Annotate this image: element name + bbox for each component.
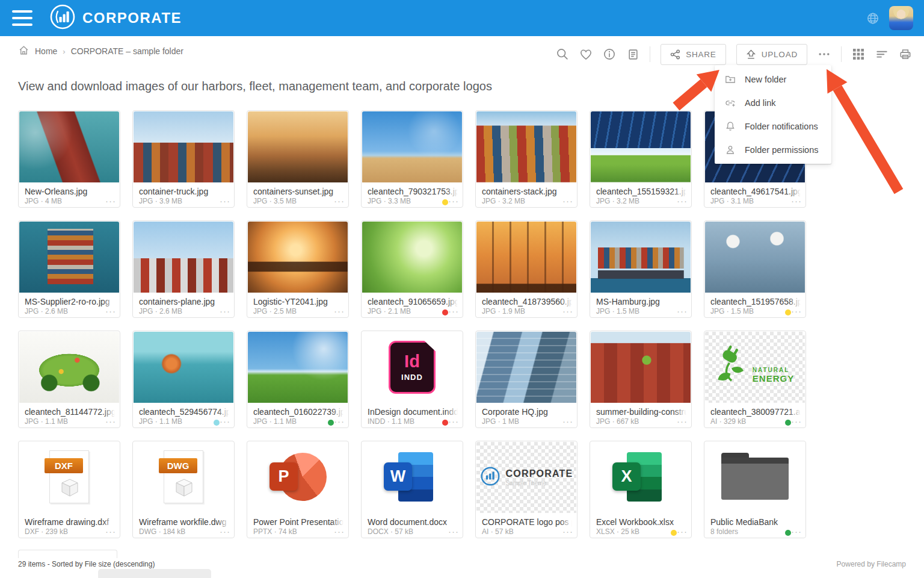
file-card[interactable]: New-Orleans.jpgJPG · 4 MB··· <box>18 110 120 208</box>
file-card[interactable]: cleantech_81144772.jpgJPG · 1.1 MB··· <box>18 331 120 428</box>
file-card[interactable]: cleantech_91065659.jpgJPG · 2.1 MB··· <box>361 220 463 318</box>
file-thumbnail[interactable] <box>591 222 691 293</box>
file-actions-button[interactable]: ··· <box>220 196 230 206</box>
file-thumbnail[interactable]: DXF <box>19 442 119 513</box>
file-actions-button[interactable]: ··· <box>105 416 116 426</box>
menu-item-folder-notifications[interactable]: Folder notifications <box>715 114 831 138</box>
file-card[interactable]: XExcel Workbook.xlsxXLSX · 25 kB··· <box>590 441 692 538</box>
file-actions-button[interactable]: ··· <box>334 306 345 316</box>
brand-logo[interactable]: CORPORATE <box>49 4 182 33</box>
breadcrumb-current[interactable]: CORPORATE – sample folder <box>71 46 183 56</box>
file-actions-button[interactable]: ··· <box>677 416 688 426</box>
file-card[interactable]: cleantech_151957658.jpgJPG · 1.5 MB··· <box>704 220 806 318</box>
file-card[interactable]: MS-Hamburg.jpgJPG · 1.5 MB··· <box>590 220 692 318</box>
hamburger-menu-icon[interactable] <box>12 10 32 26</box>
file-actions-button[interactable]: ··· <box>791 306 802 316</box>
file-card[interactable]: PPower Point PresentationPPTX · 74 kB··· <box>247 441 349 538</box>
file-thumbnail[interactable]: X <box>591 442 691 513</box>
upload-button[interactable]: UPLOAD <box>736 44 807 65</box>
file-actions-button[interactable]: ··· <box>677 526 688 536</box>
file-thumbnail[interactable]: CORPORATESample Theme <box>476 442 576 513</box>
file-card[interactable]: summer-building-construcJPG · 667 kB··· <box>590 331 692 428</box>
file-card[interactable]: CORPORATESample ThemeCORPORATE logo pos … <box>475 441 578 538</box>
file-thumbnail[interactable] <box>134 332 233 403</box>
file-card[interactable]: Logistic-YT2041.jpgJPG · 2.5 MB··· <box>247 220 349 318</box>
file-thumbnail[interactable] <box>248 222 348 293</box>
file-card[interactable]: containers-plane.jpgJPG · 2.6 MB··· <box>132 220 235 318</box>
file-card[interactable]: Public MediaBank8 folders··· <box>704 441 806 538</box>
file-thumbnail[interactable] <box>362 111 462 182</box>
file-actions-button[interactable]: ··· <box>677 196 688 206</box>
file-actions-button[interactable]: ··· <box>105 526 116 536</box>
grid-view-icon[interactable] <box>852 48 865 61</box>
file-thumbnail[interactable]: IdINDD <box>362 332 462 403</box>
file-actions-button[interactable]: ··· <box>791 196 802 206</box>
file-actions-button[interactable]: ··· <box>562 196 573 206</box>
file-actions-button[interactable]: ··· <box>448 416 459 426</box>
file-actions-button[interactable]: ··· <box>220 416 230 426</box>
file-card[interactable]: containers-stack.jpgJPG · 3.2 MB··· <box>475 110 578 208</box>
file-thumbnail[interactable]: P <box>248 442 348 513</box>
file-card[interactable]: IdINDDInDesign document.inddINDD · 1.1 M… <box>361 331 463 428</box>
file-actions-button[interactable]: ··· <box>791 416 802 426</box>
file-actions-button[interactable]: ··· <box>334 526 345 536</box>
more-actions-button[interactable] <box>818 48 831 61</box>
file-thumbnail[interactable] <box>248 332 348 403</box>
file-thumbnail[interactable] <box>19 332 119 403</box>
file-card[interactable]: container-truck.jpgJPG · 3.9 MB··· <box>132 110 235 208</box>
share-button[interactable]: SHARE <box>661 44 726 65</box>
file-thumbnail[interactable] <box>705 222 805 293</box>
file-card[interactable]: cleantech_529456774.jpgJPG · 1.1 MB··· <box>132 331 235 428</box>
file-card[interactable]: cleantech_155159321.jpgJPG · 3.2 MB··· <box>590 110 692 208</box>
file-card[interactable]: DWGWireframe workfile.dwgDWG · 184 kB··· <box>132 441 235 538</box>
file-thumbnail[interactable] <box>19 111 119 182</box>
file-actions-button[interactable]: ··· <box>448 526 459 536</box>
favorites-heart-icon[interactable] <box>579 48 593 61</box>
notes-icon[interactable] <box>626 48 639 61</box>
menu-item-new-folder[interactable]: New folder <box>715 67 831 91</box>
file-card[interactable]: WWord document.docxDOCX · 57 kB··· <box>361 441 463 538</box>
file-card[interactable]: cleantech_790321753.jpgJPG · 3.3 MB··· <box>361 110 463 208</box>
file-card[interactable]: cleantech_016022739.jpgJPG · 1.1 MB··· <box>247 331 349 428</box>
user-avatar[interactable] <box>889 6 913 30</box>
file-thumbnail[interactable] <box>19 222 119 293</box>
file-thumbnail[interactable] <box>134 222 233 293</box>
file-card[interactable]: NATURALENERGYcleantech_380097721.aiAI · … <box>704 331 806 428</box>
file-actions-button[interactable]: ··· <box>562 416 573 426</box>
file-card[interactable]: Corporate HQ.jpgJPG · 1 MB··· <box>475 331 578 428</box>
file-actions-button[interactable]: ··· <box>220 526 230 536</box>
file-actions-button[interactable]: ··· <box>105 306 116 316</box>
file-thumbnail[interactable] <box>476 222 576 293</box>
file-thumbnail[interactable] <box>362 222 462 293</box>
file-card[interactable]: DXFWireframe drawing.dxfDXF · 239 kB··· <box>18 441 120 538</box>
menu-item-add-link[interactable]: Add link <box>715 91 831 114</box>
file-actions-button[interactable]: ··· <box>220 306 230 316</box>
file-thumbnail[interactable] <box>591 332 691 403</box>
file-actions-button[interactable]: ··· <box>677 306 688 316</box>
menu-item-folder-permissions[interactable]: Folder permissions <box>715 138 831 161</box>
file-card[interactable]: containers-sunset.jpgJPG · 3.5 MB··· <box>247 110 349 208</box>
file-thumbnail[interactable] <box>591 111 691 182</box>
search-icon[interactable] <box>556 48 569 61</box>
file-actions-button[interactable]: ··· <box>791 526 802 536</box>
file-actions-button[interactable]: ··· <box>334 196 345 206</box>
language-globe-icon[interactable] <box>866 11 879 25</box>
file-actions-button[interactable]: ··· <box>562 306 573 316</box>
print-icon[interactable] <box>899 48 912 61</box>
info-icon[interactable] <box>603 48 616 61</box>
home-icon[interactable] <box>18 45 29 58</box>
file-actions-button[interactable]: ··· <box>448 196 459 206</box>
file-thumbnail[interactable] <box>476 111 576 182</box>
file-card[interactable]: MS-Supplier2-ro-ro.jpgJPG · 2.6 MB··· <box>18 220 120 318</box>
file-actions-button[interactable]: ··· <box>105 196 116 206</box>
sort-icon[interactable] <box>875 48 889 61</box>
breadcrumb-home-link[interactable]: Home <box>35 46 57 56</box>
file-thumbnail[interactable] <box>134 111 233 182</box>
file-card[interactable]: cleantech_418739560.jpgJPG · 1.9 MB··· <box>475 220 578 318</box>
file-actions-button[interactable]: ··· <box>562 526 573 536</box>
file-actions-button[interactable]: ··· <box>334 416 345 426</box>
file-thumbnail[interactable]: W <box>362 442 462 513</box>
file-thumbnail[interactable] <box>248 111 348 182</box>
file-thumbnail[interactable] <box>705 442 805 513</box>
file-thumbnail[interactable] <box>476 332 576 403</box>
